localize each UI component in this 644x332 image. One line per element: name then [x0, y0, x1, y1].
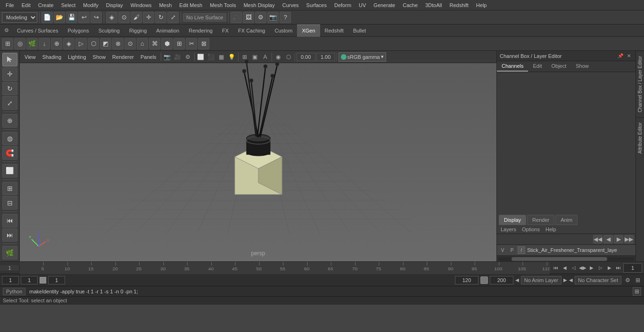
- tab-bullet[interactable]: Bullet: [348, 24, 371, 37]
- menu-uv[interactable]: UV: [355, 1, 370, 9]
- lsm-options[interactable]: Options: [520, 226, 542, 233]
- scale-tool[interactable]: ⤢: [2, 96, 17, 110]
- soft-select-tool[interactable]: ◍: [2, 132, 17, 146]
- sb-extra-icon[interactable]: ⊞: [634, 276, 642, 284]
- tab-rigging[interactable]: Rigging: [124, 24, 151, 37]
- layer-forward-btn[interactable]: ▶: [614, 235, 623, 243]
- layer-visibility[interactable]: V: [499, 246, 506, 254]
- solid-icon[interactable]: ⬛: [206, 52, 216, 62]
- xgen-tool-8[interactable]: ⬡: [88, 38, 99, 49]
- char-set-arrow-left[interactable]: ◀: [569, 277, 573, 283]
- ch-tab-show[interactable]: Show: [571, 61, 594, 72]
- viewport-field-1[interactable]: [297, 53, 315, 61]
- channel-scrollbar[interactable]: [497, 256, 636, 261]
- rotate-tool-button[interactable]: ↻: [155, 12, 166, 23]
- save-scene-button[interactable]: 💾: [66, 12, 77, 23]
- tab-polygons[interactable]: Polygons: [63, 24, 93, 37]
- lsm-layers[interactable]: Layers: [499, 226, 518, 233]
- lasso-select-button[interactable]: ⊙: [118, 12, 130, 23]
- universal-tool[interactable]: ⊕: [2, 114, 17, 128]
- tab-fx[interactable]: FX: [217, 24, 233, 37]
- menu-help[interactable]: Help: [472, 1, 491, 9]
- help-button[interactable]: ?: [280, 12, 291, 23]
- menu-mesh-display[interactable]: Mesh Display: [240, 1, 279, 9]
- colorspace-selector[interactable]: sRGB gamma ▾: [339, 52, 386, 62]
- marquee-select[interactable]: ⬜: [2, 164, 17, 178]
- move-tool[interactable]: ✛: [2, 67, 17, 81]
- vp-menu-lighting[interactable]: Lighting: [65, 53, 89, 61]
- tab-rendering[interactable]: Rendering: [184, 24, 217, 37]
- xgen-tool-12[interactable]: ⌂: [137, 38, 148, 49]
- rts-attr-editor-tab[interactable]: Attribute Editor: [636, 117, 644, 158]
- new-scene-button[interactable]: 📄: [41, 12, 53, 23]
- xgen-tool-3[interactable]: 🌿: [26, 38, 38, 49]
- tab-sculpting[interactable]: Sculpting: [94, 24, 124, 37]
- xgen-tool-7[interactable]: ▷: [75, 38, 87, 49]
- menu-display[interactable]: Display: [102, 1, 127, 9]
- move-tool-button[interactable]: ✛: [143, 12, 154, 23]
- vp-menu-panels[interactable]: Panels: [138, 53, 159, 61]
- vp-menu-show[interactable]: Show: [90, 53, 109, 61]
- tab-fx-caching[interactable]: FX Caching: [233, 24, 270, 37]
- xgen-tool-4[interactable]: ↓: [39, 38, 50, 49]
- next-frame-button[interactable]: ▶: [605, 264, 614, 272]
- cb-pin-button[interactable]: 📌: [617, 52, 624, 60]
- ch-tab-edit[interactable]: Edit: [528, 61, 546, 72]
- menu-mesh-tools[interactable]: Mesh Tools: [206, 1, 239, 9]
- frame-field-3[interactable]: [48, 276, 65, 284]
- paint-select-button[interactable]: 🖌: [131, 12, 142, 23]
- ch-tab-object[interactable]: Object: [546, 61, 571, 72]
- xgen-tool-11[interactable]: ⊙: [124, 38, 136, 49]
- menu-file[interactable]: File: [2, 1, 18, 9]
- menu-select[interactable]: Select: [58, 1, 80, 9]
- render-settings-button[interactable]: ⚙: [255, 12, 266, 23]
- menu-redshift[interactable]: Redshift: [446, 1, 472, 9]
- layer-prev-btn[interactable]: ◀◀: [593, 235, 603, 243]
- select-tool[interactable]: [2, 53, 17, 66]
- prev-keyframe[interactable]: ⏮: [2, 214, 17, 227]
- play-back-button[interactable]: ◀▶: [578, 264, 587, 272]
- xgen-tool-2[interactable]: ◎: [14, 38, 25, 49]
- ch2-tab-display[interactable]: Display: [499, 215, 526, 225]
- menu-3dtall[interactable]: 3DtoAll: [421, 1, 446, 9]
- play-forward-button[interactable]: ▶: [587, 264, 596, 272]
- workspace-selector[interactable]: Modeling: [2, 12, 37, 23]
- xgen-tool-1[interactable]: ⊞: [2, 38, 13, 49]
- scale-tool-button[interactable]: ⤢: [167, 12, 179, 23]
- layer-playback[interactable]: P: [508, 246, 516, 254]
- next-keyframe-button[interactable]: ▷: [596, 264, 605, 272]
- next-keyframe[interactable]: ⏭: [2, 228, 17, 242]
- menu-curves[interactable]: Curves: [279, 1, 303, 9]
- redo-button[interactable]: ↪: [91, 12, 102, 23]
- menu-generate[interactable]: Generate: [370, 1, 399, 9]
- xgen-tool-10[interactable]: ⊗: [112, 38, 124, 49]
- frame-field-1[interactable]: [2, 276, 19, 284]
- go-end-button[interactable]: ⏭: [614, 264, 623, 272]
- camera-button[interactable]: 📷: [267, 12, 279, 23]
- sb-settings-icon[interactable]: ⚙: [623, 276, 632, 284]
- render-button[interactable]: 🎥: [231, 12, 242, 23]
- tab-settings-icon[interactable]: ⚙: [1, 24, 12, 37]
- menu-edit[interactable]: Edit: [18, 1, 34, 9]
- xgen-tool-16[interactable]: ✂: [186, 38, 197, 49]
- menu-deform[interactable]: Deform: [330, 1, 355, 9]
- menu-cache[interactable]: Cache: [399, 1, 421, 9]
- xgen-tool-5[interactable]: ⊕: [51, 38, 62, 49]
- xgen-tool-17[interactable]: ⊠: [198, 38, 209, 49]
- tab-xgen[interactable]: XGen: [297, 24, 320, 37]
- lsm-help[interactable]: Help: [544, 226, 558, 233]
- xgen-tool-13[interactable]: ⌘: [149, 38, 160, 49]
- xgen-tool-9[interactable]: ◩: [100, 38, 111, 49]
- menu-mesh[interactable]: Mesh: [155, 1, 175, 9]
- frame-range-btn[interactable]: [480, 276, 488, 284]
- frame-range-end-field[interactable]: [455, 276, 479, 284]
- rts-channel-box-tab[interactable]: Channel Box / Layer Editor: [636, 51, 644, 117]
- ipr-button[interactable]: 🖼: [243, 12, 254, 23]
- tab-custom[interactable]: Custom: [270, 24, 297, 37]
- wireframe-icon[interactable]: ⬜: [196, 52, 206, 62]
- go-start-button[interactable]: ⏮: [552, 264, 560, 272]
- undo-button[interactable]: ↩: [78, 12, 90, 23]
- select-tool-button[interactable]: ◈: [106, 12, 117, 23]
- vp-menu-view[interactable]: View: [22, 53, 39, 61]
- xgen-tool-14[interactable]: ⬢: [161, 38, 173, 49]
